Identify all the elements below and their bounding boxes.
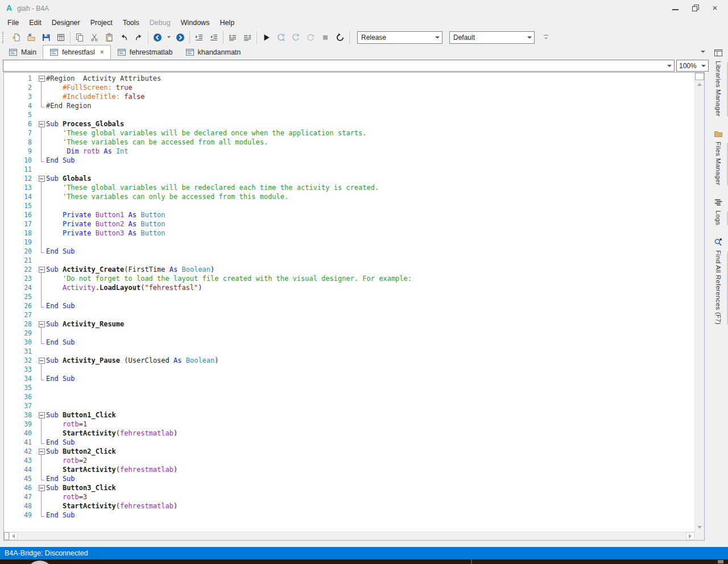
- code-content: Sub Button3_Click: [46, 483, 116, 492]
- fold-toggle[interactable]: [37, 356, 46, 365]
- back-history-dropdown[interactable]: [165, 31, 173, 44]
- menu-file[interactable]: File: [2, 16, 24, 29]
- scroll-down-button[interactable]: [695, 523, 704, 532]
- fold-toggle[interactable]: [37, 320, 46, 329]
- debug-step-button[interactable]: [288, 31, 303, 44]
- form-icon: [49, 48, 59, 56]
- navigator-row: 100%: [0, 59, 709, 72]
- side-tab-logs[interactable]: Logs: [710, 198, 727, 225]
- menu-debug[interactable]: Debug: [144, 16, 176, 29]
- tab-khandanmatn[interactable]: khandanmatn: [179, 45, 247, 59]
- stop-button[interactable]: [318, 31, 333, 44]
- line-number: 7: [4, 128, 37, 138]
- start-button[interactable]: [26, 561, 53, 564]
- editor-hsplitter-handle[interactable]: [4, 532, 9, 540]
- fold-margin: [37, 138, 46, 147]
- scroll-right-button[interactable]: [686, 532, 694, 540]
- chevron-down-icon: [165, 33, 173, 42]
- line-number: 47: [4, 492, 37, 501]
- paste-button[interactable]: [102, 31, 117, 44]
- code-content: Sub Activity_Pause (UserClosed As Boolea…: [46, 356, 219, 365]
- code-content: End Sub: [46, 247, 75, 256]
- fold-toggle[interactable]: [37, 74, 46, 83]
- back-button[interactable]: [150, 31, 165, 44]
- minimize-button[interactable]: [665, 2, 685, 14]
- chevron-down-icon: [527, 36, 532, 39]
- run-button[interactable]: [259, 31, 274, 44]
- member-navigator-dropdown[interactable]: [3, 60, 675, 72]
- fold-toggle[interactable]: [37, 447, 46, 456]
- tab-label: fehrestmatlab: [130, 48, 173, 56]
- indent-button[interactable]: [192, 31, 206, 44]
- menu-project[interactable]: Project: [85, 16, 118, 29]
- side-tab-files-manager[interactable]: Files Manager: [710, 129, 727, 185]
- outdent-button[interactable]: [206, 31, 221, 44]
- rebuild-button[interactable]: [333, 31, 348, 44]
- menu-edit[interactable]: Edit: [24, 16, 47, 29]
- line-number: 1: [4, 74, 37, 83]
- fold-toggle[interactable]: [37, 119, 46, 128]
- tab-fehrestmatlab[interactable]: fehrestmatlab: [111, 45, 179, 59]
- fold-margin: [37, 329, 46, 338]
- tab-main[interactable]: Main: [2, 45, 43, 59]
- menu-help[interactable]: Help: [214, 16, 239, 29]
- show-desktop-button[interactable]: [718, 560, 723, 563]
- debug-step-over-button[interactable]: [303, 31, 318, 44]
- fold-toggle[interactable]: [37, 483, 46, 492]
- forward-button[interactable]: [173, 31, 188, 44]
- restore-button[interactable]: [686, 2, 705, 14]
- code-content: Sub Globals: [46, 174, 92, 183]
- save-all-button[interactable]: [53, 31, 68, 44]
- scroll-left-button[interactable]: [9, 532, 18, 540]
- fold-margin: [37, 338, 46, 347]
- code-line: 47 rotb=3: [4, 492, 694, 501]
- redo-button[interactable]: [131, 31, 146, 44]
- new-button[interactable]: [9, 31, 24, 44]
- copy-button[interactable]: [72, 31, 87, 44]
- toolbar-overflow-button[interactable]: [543, 34, 549, 42]
- target-dropdown[interactable]: Default: [449, 31, 535, 44]
- code-line: 36: [4, 392, 694, 401]
- side-tab-find-all-references-f7[interactable]: Find All References (F7): [710, 238, 727, 325]
- tab-close-icon[interactable]: ×: [100, 48, 104, 56]
- tab-list-dropdown[interactable]: [701, 51, 705, 53]
- toolbar-separator: [189, 31, 190, 44]
- toolbar-grip[interactable]: [2, 32, 7, 43]
- scroll-up-button[interactable]: [695, 80, 704, 89]
- line-number: 37: [4, 401, 37, 410]
- menu-windows[interactable]: Windows: [176, 16, 215, 29]
- fold-toggle[interactable]: [37, 174, 46, 183]
- comment-button[interactable]: [225, 31, 240, 44]
- fold-toggle[interactable]: [37, 410, 46, 420]
- save-button[interactable]: [39, 31, 53, 44]
- code-line: 20End Sub: [4, 247, 694, 256]
- fold-margin: [37, 347, 46, 356]
- cut-button[interactable]: [87, 31, 102, 44]
- side-tab-libraries-manager[interactable]: Libraries Manager: [710, 48, 727, 117]
- build-configuration-dropdown[interactable]: Release: [357, 31, 442, 44]
- taskbar-divider: [471, 559, 472, 564]
- undo-button[interactable]: [117, 31, 131, 44]
- debug-resume-button[interactable]: [274, 31, 288, 44]
- line-number: 22: [4, 265, 37, 274]
- open-button[interactable]: [24, 31, 39, 44]
- open-folder-icon: [27, 33, 36, 42]
- fold-toggle[interactable]: [37, 265, 46, 274]
- menu-tools[interactable]: Tools: [118, 16, 144, 29]
- line-number: 40: [4, 429, 37, 438]
- code-text-area[interactable]: 1#Region Activity Attributes2 #FullScree…: [4, 73, 694, 532]
- target-value: Default: [453, 34, 475, 42]
- close-button[interactable]: ×: [705, 2, 725, 14]
- horizontal-scrollbar[interactable]: [4, 532, 694, 540]
- code-content: Sub Activity_Resume: [46, 320, 124, 329]
- code-line: 8 'These variables can be accessed from …: [4, 138, 694, 147]
- zoom-dropdown[interactable]: 100%: [676, 60, 709, 72]
- toolbar: Release Default: [0, 30, 728, 45]
- vertical-scrollbar[interactable]: [694, 73, 704, 532]
- tab-fehrestfasl[interactable]: fehrestfasl×: [43, 45, 111, 59]
- editor-splitter-handle[interactable]: [695, 73, 704, 80]
- menu-designer[interactable]: Designer: [47, 16, 85, 29]
- code-line: 12Sub Globals: [4, 174, 694, 183]
- fold-margin: [37, 365, 46, 374]
- uncomment-button[interactable]: [240, 31, 255, 44]
